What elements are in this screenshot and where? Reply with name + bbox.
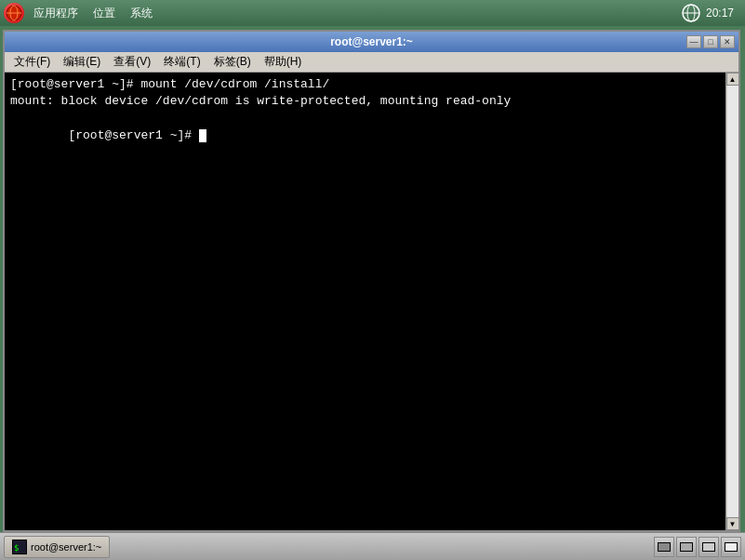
scroll-up-button[interactable]: ▲ xyxy=(726,73,739,86)
terminal-icon: $ xyxy=(12,540,27,554)
terminal-line-1: [root@server1 ~]# mount /dev/cdrom /inst… xyxy=(10,76,724,93)
menu-edit[interactable]: 编辑(E) xyxy=(58,52,106,72)
taskbar-system[interactable]: 系统 xyxy=(125,4,158,23)
taskbar-right-icons xyxy=(654,537,741,557)
menu-view[interactable]: 查看(V) xyxy=(108,52,156,72)
scroll-track xyxy=(727,86,738,517)
titlebar-buttons: — □ ✕ xyxy=(686,35,735,48)
terminal-titlebar: root@server1:~ — □ ✕ xyxy=(5,32,738,52)
terminal-line-2: mount: block device /dev/cdrom is write-… xyxy=(10,93,724,110)
taskbar-time: 20:17 xyxy=(682,4,741,22)
app-menu-icon[interactable] xyxy=(4,3,24,23)
desktop-btn-3[interactable] xyxy=(698,537,719,557)
menu-file[interactable]: 文件(F) xyxy=(8,52,56,72)
desktop-btn-1[interactable] xyxy=(654,537,674,557)
taskbar-top: 应用程序 位置 系统 20:17 xyxy=(0,0,745,26)
network-icon xyxy=(682,4,700,22)
terminal-scrollbar[interactable]: ▲ ▼ xyxy=(725,73,738,530)
taskbar-terminal-item[interactable]: $ root@server1:~ xyxy=(4,536,110,558)
taskbar-terminal-label: root@server1:~ xyxy=(31,541,101,553)
close-button[interactable]: ✕ xyxy=(720,35,735,48)
terminal-cursor xyxy=(199,129,206,142)
desktop-btn-4[interactable] xyxy=(721,537,741,557)
terminal-line-3: [root@server1 ~]# xyxy=(10,110,724,161)
clock: 20:17 xyxy=(706,7,734,20)
taskbar-apps[interactable]: 应用程序 xyxy=(28,4,84,23)
scroll-down-button[interactable]: ▼ xyxy=(726,517,739,530)
terminal-body[interactable]: [root@server1 ~]# mount /dev/cdrom /inst… xyxy=(5,73,738,530)
terminal-window: root@server1:~ — □ ✕ 文件(F) 编辑(E) 查看(V) 终… xyxy=(3,30,740,532)
menu-help[interactable]: 帮助(H) xyxy=(259,52,308,72)
menu-tabs[interactable]: 标签(B) xyxy=(208,52,257,72)
taskbar-bottom: $ root@server1:~ xyxy=(0,532,745,560)
terminal-title: root@server1:~ xyxy=(330,35,413,48)
minimize-button[interactable]: — xyxy=(686,35,701,48)
svg-text:$: $ xyxy=(14,543,19,553)
taskbar-locations[interactable]: 位置 xyxy=(87,4,121,23)
menu-bar: 文件(F) 编辑(E) 查看(V) 终端(T) 标签(B) 帮助(H) xyxy=(5,52,738,73)
menu-terminal[interactable]: 终端(T) xyxy=(158,52,206,72)
desktop-btn-2[interactable] xyxy=(676,537,697,557)
maximize-button[interactable]: □ xyxy=(703,35,718,48)
